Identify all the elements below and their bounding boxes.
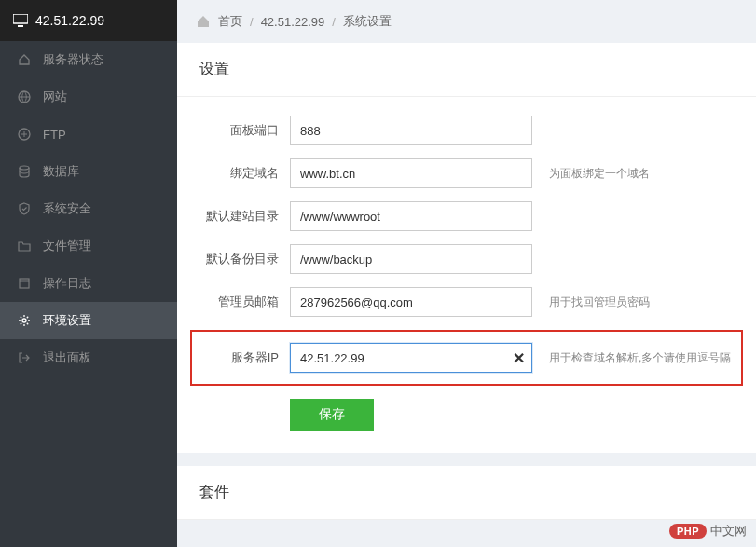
form-row-port: 面板端口: [199, 116, 734, 145]
svg-rect-1: [18, 25, 23, 27]
php-badge: PHP: [669, 524, 707, 539]
breadcrumb-current: 系统设置: [343, 13, 392, 30]
port-input[interactable]: [290, 116, 532, 145]
sidebar-item-label: 系统安全: [43, 200, 91, 217]
svg-point-6: [22, 319, 26, 322]
breadcrumb-sep: /: [332, 15, 336, 29]
sidebar-item-database[interactable]: 数据库: [0, 153, 177, 190]
sidebar-item-ftp[interactable]: FTP: [0, 116, 177, 153]
home-icon: [17, 52, 32, 67]
footer-text: 中文网: [710, 523, 747, 540]
sidebar-item-label: 数据库: [43, 163, 79, 180]
sidebar-item-website[interactable]: 网站: [0, 78, 177, 116]
email-label: 管理员邮箱: [199, 294, 279, 310]
backupdir-label: 默认备份目录: [199, 251, 279, 267]
breadcrumb: 首页 / 42.51.22.99 / 系统设置: [177, 0, 756, 43]
gear-icon: [17, 313, 32, 328]
sidebar-header: 42.51.22.99: [0, 0, 177, 41]
domain-label: 绑定域名: [199, 165, 279, 182]
settings-panel: 设置 面板端口 绑定域名 为面板绑定一个域名 默认建站目录 默认备份目录 管理员…: [177, 43, 756, 453]
sidebar: 42.51.22.99 服务器状态 网站 FTP 数据库 系统安全 文件管理 操…: [0, 0, 177, 547]
serverip-input[interactable]: [290, 343, 532, 373]
breadcrumb-sep: /: [250, 15, 254, 29]
email-input[interactable]: [290, 287, 532, 317]
svg-rect-0: [13, 14, 28, 23]
header-ip: 42.51.22.99: [35, 13, 104, 28]
home-icon: [196, 14, 211, 29]
serverip-label: 服务器IP: [199, 349, 279, 366]
email-hint: 用于找回管理员密码: [549, 294, 650, 310]
serverip-hint: 用于检查域名解析,多个请使用逗号隔: [549, 350, 731, 366]
panel-body: 面板端口 绑定域名 为面板绑定一个域名 默认建站目录 默认备份目录 管理员邮箱 …: [177, 97, 756, 453]
sidebar-item-label: 文件管理: [43, 238, 91, 254]
sitedir-input[interactable]: [290, 201, 532, 231]
sitedir-label: 默认建站目录: [199, 208, 279, 225]
sidebar-item-security[interactable]: 系统安全: [0, 190, 177, 227]
sidebar-item-status[interactable]: 服务器状态: [0, 41, 177, 78]
sidebar-item-label: FTP: [43, 128, 66, 142]
sidebar-item-label: 服务器状态: [43, 51, 103, 68]
globe-icon: [17, 89, 32, 104]
sidebar-item-label: 退出面板: [43, 349, 91, 366]
save-button[interactable]: 保存: [290, 399, 374, 431]
sidebar-item-settings[interactable]: 环境设置: [0, 302, 177, 339]
form-row-email: 管理员邮箱 用于找回管理员密码: [199, 287, 734, 317]
main-content: 首页 / 42.51.22.99 / 系统设置 设置 面板端口 绑定域名 为面板…: [177, 0, 756, 547]
breadcrumb-home[interactable]: 首页: [218, 13, 242, 30]
suite-panel: 套件: [177, 466, 756, 520]
footer-logo: PHP 中文网: [669, 523, 747, 540]
sidebar-item-label: 网站: [43, 89, 67, 105]
database-icon: [17, 164, 32, 179]
backupdir-input[interactable]: [290, 244, 532, 274]
form-row-sitedir: 默认建站目录: [199, 201, 734, 231]
calendar-icon: [17, 276, 32, 291]
logout-icon: [17, 350, 32, 365]
port-label: 面板端口: [199, 122, 279, 139]
folder-icon: [17, 239, 32, 253]
form-row-backupdir: 默认备份目录: [199, 244, 734, 274]
svg-point-4: [20, 166, 29, 170]
sidebar-item-files[interactable]: 文件管理: [0, 227, 177, 265]
sidebar-item-label: 操作日志: [43, 275, 91, 292]
svg-rect-5: [20, 279, 29, 288]
serverip-input-wrap: ✕: [290, 343, 532, 373]
shield-icon: [17, 201, 32, 216]
clear-icon[interactable]: ✕: [513, 349, 525, 367]
form-row-serverip: 服务器IP ✕ 用于检查域名解析,多个请使用逗号隔: [190, 330, 743, 386]
domain-input[interactable]: [290, 158, 532, 188]
form-row-domain: 绑定域名 为面板绑定一个域名: [199, 158, 734, 188]
sidebar-item-logout[interactable]: 退出面板: [0, 339, 177, 376]
panel-title: 设置: [177, 43, 756, 97]
ftp-icon: [17, 127, 32, 142]
sidebar-item-logs[interactable]: 操作日志: [0, 265, 177, 302]
suite-panel-title: 套件: [177, 466, 756, 520]
monitor-icon: [13, 14, 28, 27]
sidebar-item-label: 环境设置: [43, 312, 91, 329]
domain-hint: 为面板绑定一个域名: [549, 166, 650, 182]
breadcrumb-ip[interactable]: 42.51.22.99: [261, 15, 325, 29]
